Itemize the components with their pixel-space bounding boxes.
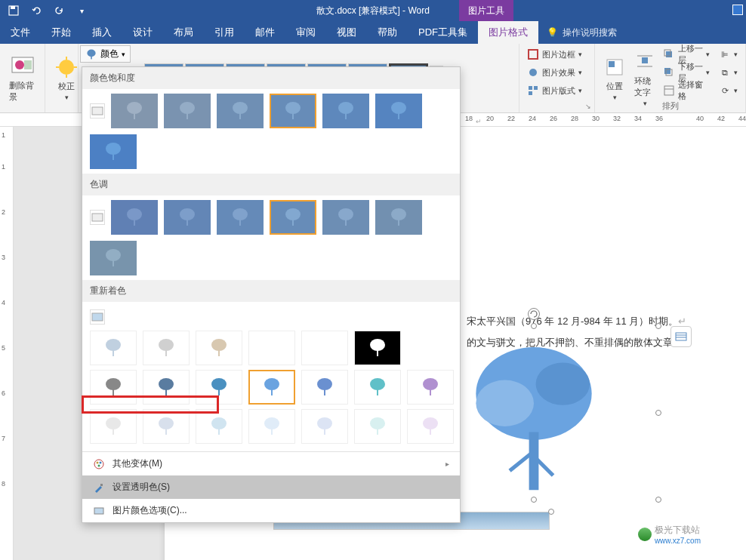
palette-icon: [93, 458, 105, 470]
picture-layout-button[interactable]: 图片版式▾: [524, 82, 585, 100]
tab-insert[interactable]: 插入: [82, 21, 122, 44]
customize-qat-icon[interactable]: ▾: [71, 2, 92, 20]
svg-point-99: [423, 417, 438, 429]
wrap-icon: [633, 50, 657, 74]
tab-file[interactable]: 文件: [0, 21, 41, 44]
tab-mailings[interactable]: 邮件: [245, 21, 285, 44]
tab-pdf-tools[interactable]: PDF工具集: [408, 21, 478, 44]
group-button[interactable]: ⧉▾: [716, 63, 741, 82]
tab-review[interactable]: 审阅: [285, 21, 326, 44]
resize-handle[interactable]: [655, 497, 661, 503]
tab-design[interactable]: 设计: [122, 21, 163, 44]
recolor-option[interactable]: [354, 370, 401, 405]
more-variations-item[interactable]: 其他变体(M) ▸: [82, 452, 460, 475]
svg-point-87: [106, 417, 121, 429]
tone-option[interactable]: [375, 200, 422, 235]
recolor-option[interactable]: [143, 331, 190, 365]
saturation-option[interactable]: [164, 94, 211, 128]
svg-rect-55: [239, 220, 241, 226]
recolor-option[interactable]: [301, 331, 348, 365]
resize-handle[interactable]: [548, 509, 554, 515]
tone-option[interactable]: [217, 200, 264, 235]
svg-rect-38: [186, 113, 188, 119]
tone-option-selected[interactable]: [270, 200, 316, 235]
saturation-option[interactable]: [90, 134, 137, 169]
svg-rect-24: [666, 51, 672, 57]
color-dropdown-button[interactable]: 颜色 ▾: [80, 45, 131, 63]
recolor-option[interactable]: [143, 409, 190, 444]
tab-home[interactable]: 开始: [41, 21, 82, 44]
align-button[interactable]: ⊫▾: [716, 45, 741, 63]
rotate-handle[interactable]: [528, 308, 540, 320]
svg-point-67: [159, 339, 174, 351]
svg-rect-96: [324, 429, 325, 435]
recolor-option[interactable]: [196, 331, 242, 365]
reset-recolor-icon[interactable]: [90, 309, 105, 325]
window-restore-icon[interactable]: [732, 5, 743, 15]
tab-view[interactable]: 视图: [326, 21, 367, 44]
svg-rect-49: [92, 214, 103, 221]
recolor-option[interactable]: [90, 370, 137, 405]
recolor-option[interactable]: [248, 331, 295, 365]
picture-border-button[interactable]: 图片边框▾: [524, 45, 585, 63]
set-transparent-color-item[interactable]: 设置透明色(S): [82, 475, 460, 499]
svg-point-77: [211, 378, 227, 390]
svg-rect-64: [92, 313, 103, 321]
resize-handle[interactable]: [531, 323, 537, 329]
tell-me-search[interactable]: 💡 操作说明搜索: [546, 21, 617, 44]
vertical-ruler[interactable]: 1 1 2 3 4 5 6 7 8: [0, 127, 14, 560]
saturation-option[interactable]: [217, 94, 264, 128]
tab-layout[interactable]: 布局: [163, 21, 204, 44]
recolor-option[interactable]: [407, 370, 454, 405]
rotate-button[interactable]: ⟳▾: [716, 82, 741, 100]
reset-tone-icon[interactable]: [90, 210, 105, 225]
recolor-option[interactable]: [90, 409, 137, 444]
recolor-option[interactable]: [407, 409, 454, 444]
border-icon: [527, 48, 539, 60]
tab-picture-format[interactable]: 图片格式: [478, 21, 538, 44]
saturation-section-label: 颜色饱和度: [82, 67, 460, 89]
svg-rect-106: [94, 508, 103, 514]
svg-point-95: [317, 417, 332, 429]
tone-option[interactable]: [164, 200, 211, 235]
tone-option[interactable]: [90, 241, 137, 275]
resize-handle[interactable]: [655, 323, 661, 329]
saturation-option-selected[interactable]: [270, 94, 316, 128]
recolor-option[interactable]: [143, 370, 190, 405]
saturation-option[interactable]: [375, 94, 422, 128]
recolor-option[interactable]: [354, 409, 401, 444]
watermark-logo-icon: [638, 528, 652, 541]
layout-options-button[interactable]: [670, 326, 692, 347]
tone-option[interactable]: [322, 200, 369, 235]
svg-rect-92: [218, 429, 220, 435]
svg-point-101: [94, 460, 103, 469]
picture-color-options-item[interactable]: 图片颜色选项(C)...: [82, 499, 460, 522]
recolor-option[interactable]: [301, 370, 348, 405]
svg-point-60: [391, 208, 406, 220]
recolor-option-selected[interactable]: [248, 370, 295, 405]
resize-handle[interactable]: [655, 410, 661, 416]
saturation-option[interactable]: [322, 94, 369, 128]
recolor-option[interactable]: [90, 331, 137, 365]
svg-rect-18: [529, 91, 532, 95]
tab-references[interactable]: 引用: [204, 21, 245, 44]
recolor-option[interactable]: [248, 409, 295, 444]
recolor-option[interactable]: [196, 409, 242, 444]
saturation-option[interactable]: [111, 94, 158, 128]
resize-handle[interactable]: [531, 497, 537, 503]
dialog-launcher-icon[interactable]: ↘: [584, 102, 593, 111]
tab-help[interactable]: 帮助: [367, 21, 408, 44]
recolor-option[interactable]: [301, 409, 348, 444]
tone-option[interactable]: [111, 200, 158, 235]
svg-rect-80: [271, 389, 273, 395]
picture-effects-button[interactable]: 图片效果▾: [524, 63, 585, 82]
save-icon[interactable]: [3, 2, 24, 20]
reset-saturation-icon[interactable]: [90, 103, 105, 118]
redo-icon[interactable]: [48, 2, 69, 20]
selection-pane-button[interactable]: 选择窗格: [660, 82, 713, 100]
recolor-option[interactable]: [196, 370, 242, 405]
recolor-option[interactable]: [354, 331, 401, 365]
remove-background-button[interactable]: 删除背景: [5, 45, 40, 111]
undo-icon[interactable]: [26, 2, 47, 20]
svg-point-6: [59, 60, 74, 75]
